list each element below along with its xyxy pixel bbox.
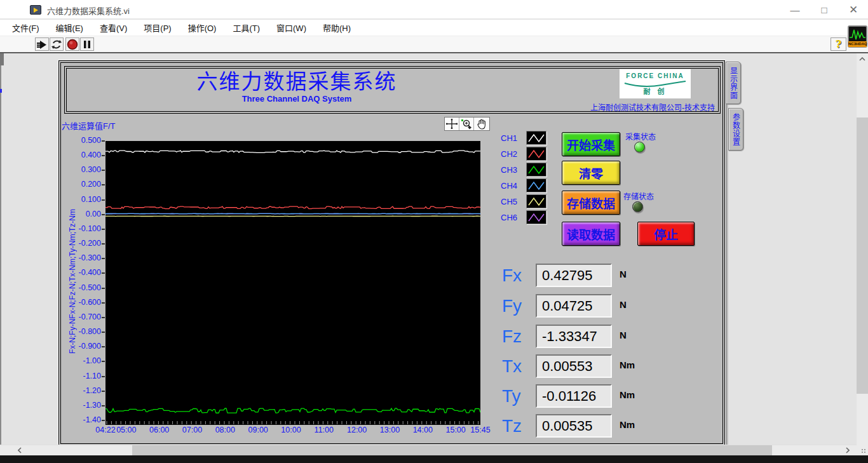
scroll-left-icon[interactable] <box>14 445 25 455</box>
readout-value[interactable]: 0.00553 <box>536 354 612 378</box>
trace-CH3 <box>105 408 480 413</box>
bottom-bar <box>0 455 868 463</box>
pan-tool-button[interactable] <box>474 117 489 130</box>
scrollbar-stub <box>0 53 4 65</box>
y-tick-mark <box>102 214 105 215</box>
legend-label: CH5 <box>501 197 526 206</box>
legend-swatch[interactable] <box>526 147 546 161</box>
readout-value[interactable]: 0.00535 <box>536 414 612 438</box>
magnifier-icon <box>461 119 472 130</box>
y-tick-label: 0.500 <box>65 136 101 145</box>
context-help-button[interactable]: ? <box>831 37 846 51</box>
tab-display-interface[interactable]: 显示界面 <box>726 62 741 104</box>
start-acquire-button[interactable]: 开始采集 <box>562 132 620 156</box>
readout-value[interactable]: 0.42795 <box>536 264 612 287</box>
system-title: 六维力数据采集系统 <box>160 70 433 93</box>
run-button[interactable] <box>35 37 49 51</box>
y-tick-mark <box>102 405 105 406</box>
y-tick-mark <box>102 155 105 156</box>
legend-row-CH5[interactable]: CH5 <box>501 194 546 208</box>
readout-value[interactable]: -0.01126 <box>536 384 612 408</box>
readout-label: Tz <box>502 414 531 438</box>
x-tick-label: 15:45 <box>466 426 495 434</box>
legend-swatch[interactable] <box>526 163 546 177</box>
legend-row-CH1[interactable]: CH1 <box>501 131 546 145</box>
vi-icon-label: NC3HDAQ <box>848 41 867 47</box>
pause-button[interactable] <box>80 37 94 51</box>
readout-value[interactable]: -1.33347 <box>536 325 612 348</box>
labview-front-panel: 六维力数据采集系统.vi — □ ✕ 文件(F)编辑(E)查看(V)项目(P)操… <box>0 0 868 463</box>
legend-swatch[interactable] <box>526 178 546 192</box>
menu-item-5[interactable]: 工具(T) <box>227 20 266 36</box>
legend-label: CH4 <box>501 181 526 191</box>
menu-item-2[interactable]: 查看(V) <box>94 20 133 36</box>
legend-row-CH3[interactable]: CH3 <box>501 163 546 177</box>
minimize-button[interactable]: — <box>780 0 810 19</box>
x-tick-label: 07:00 <box>177 426 207 434</box>
legend-row-CH2[interactable]: CH2 <box>501 147 546 161</box>
y-tick-mark <box>102 302 105 304</box>
maximize-button[interactable]: □ <box>810 0 839 19</box>
legend-row-CH6[interactable]: CH6 <box>501 210 546 224</box>
resize-grip[interactable] <box>857 445 868 455</box>
legend-row-CH4[interactable]: CH4 <box>501 178 546 192</box>
stop-button[interactable]: 停止 <box>637 222 695 246</box>
acquire-status-led <box>634 142 645 152</box>
tab-parameter-settings[interactable]: 参数设置 <box>728 108 743 151</box>
vertical-scrollbar-thumb[interactable] <box>857 117 868 394</box>
y-tick-mark <box>102 376 105 377</box>
y-tick-mark <box>102 346 105 347</box>
horizontal-scrollbar-thumb[interactable] <box>132 445 772 455</box>
readout-unit: N <box>620 269 627 279</box>
menu-item-0[interactable]: 文件(F) <box>6 20 45 36</box>
abort-button[interactable] <box>65 37 79 51</box>
readout-label: Fx <box>502 264 531 287</box>
run-continuously-button[interactable] <box>50 37 64 51</box>
logo-text-en: FORCE CHINA <box>620 72 691 79</box>
readout-value[interactable]: 0.04725 <box>536 294 612 318</box>
y-tick-label: -0.400 <box>65 268 101 277</box>
graph-palette <box>444 117 490 131</box>
readout-label: Fy <box>502 294 531 318</box>
pause-icon <box>83 40 92 49</box>
y-tick-mark <box>102 288 105 289</box>
readout-label: Ty <box>502 384 531 408</box>
trace-CH2 <box>105 206 480 209</box>
y-tick-mark <box>102 332 105 333</box>
menu-item-7[interactable]: 帮助(H) <box>317 20 356 36</box>
zero-button[interactable]: 清零 <box>562 161 620 185</box>
vi-icon[interactable]: NC3HDAQ <box>848 25 867 48</box>
store-status-label: 存储状态 <box>623 191 654 201</box>
abort-icon <box>67 39 78 50</box>
scroll-right-icon[interactable] <box>842 445 853 455</box>
menu-item-4[interactable]: 操作(O) <box>182 20 222 36</box>
horizontal-scrollbar[interactable] <box>0 445 857 455</box>
y-tick-label: 0.300 <box>65 165 101 174</box>
chart-plot-area[interactable] <box>105 141 480 425</box>
scroll-up-icon[interactable] <box>857 55 868 64</box>
support-text: 上海耐创测试技术有限公司-技术支持 <box>590 102 715 112</box>
y-tick-mark <box>102 229 105 230</box>
close-button[interactable]: ✕ <box>839 0 868 19</box>
readout-unit: Nm <box>620 359 635 370</box>
y-tick-mark <box>102 391 105 392</box>
chart-legend: CH1CH2CH3CH4CH5CH6 <box>501 131 546 226</box>
legend-swatch[interactable] <box>526 210 546 224</box>
menu-item-6[interactable]: 窗口(W) <box>271 20 312 36</box>
x-tick-label: 08:00 <box>210 426 240 434</box>
menu-item-3[interactable]: 项目(P) <box>138 20 177 36</box>
y-tick-mark <box>102 420 105 421</box>
y-tick-label: -1.20 <box>65 386 101 395</box>
legend-swatch[interactable] <box>526 194 546 208</box>
tab-display-label: 显示界面 <box>728 67 739 100</box>
zoom-tool-button[interactable] <box>459 117 474 130</box>
cursor-tool-button[interactable] <box>445 117 459 130</box>
read-data-button[interactable]: 读取数据 <box>562 222 620 246</box>
store-data-button[interactable]: 存储数据 <box>562 191 620 215</box>
chart-title: 六维运算值F/T <box>62 119 116 131</box>
y-tick-label: -1.30 <box>65 401 101 410</box>
vertical-scrollbar[interactable] <box>857 53 868 455</box>
menu-item-1[interactable]: 编辑(E) <box>50 20 89 36</box>
company-logo: FORCE CHINA 耐 创 <box>620 69 691 98</box>
legend-swatch[interactable] <box>526 131 546 145</box>
